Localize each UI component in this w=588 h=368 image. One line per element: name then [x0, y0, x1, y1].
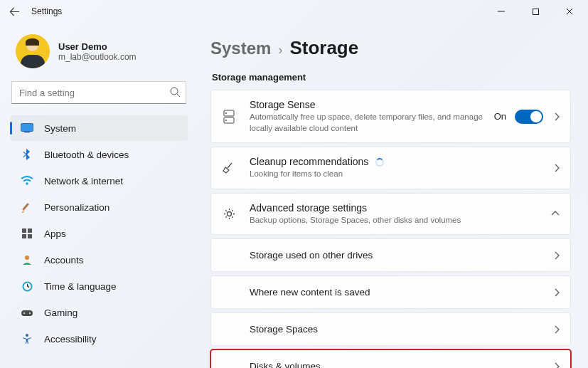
sidebar-item-gaming[interactable]: Gaming: [10, 300, 188, 325]
user-email: m_lab@outlook.com: [58, 52, 137, 62]
storage-sense-icon: [221, 110, 237, 124]
breadcrumb: System › Storage: [210, 37, 571, 59]
card-subtitle: Backup options, Storage Spaces, other di…: [250, 215, 520, 226]
svg-point-4: [26, 182, 28, 185]
sidebar-item-personalization[interactable]: Personalization: [10, 194, 188, 220]
nav: System Bluetooth & devices Network & int…: [10, 115, 188, 352]
toggle-state: On: [494, 111, 506, 122]
svg-rect-5: [22, 203, 29, 211]
card-subtitle: Automatically free up space, delete temp…: [250, 112, 494, 134]
svg-point-1: [171, 88, 178, 95]
storage-sense-toggle[interactable]: [515, 110, 543, 124]
close-icon: [565, 7, 574, 16]
chevron-right-icon: ›: [278, 43, 282, 58]
svg-rect-3: [24, 132, 30, 132]
card-subtitle: Looking for items to clean: [250, 169, 520, 180]
breadcrumb-parent[interactable]: System: [210, 38, 271, 58]
storage-spaces-item[interactable]: Storage Spaces: [210, 312, 571, 346]
maximize-icon: [532, 8, 540, 16]
card-title: Storage Sense: [250, 99, 494, 110]
chevron-right-icon: [553, 325, 560, 335]
bluetooth-icon: [20, 147, 34, 162]
avatar: [16, 34, 50, 68]
chevron-right-icon: [553, 288, 560, 298]
chevron-right-icon: [553, 163, 560, 173]
window-title: Settings: [31, 6, 62, 16]
main-panel: System › Storage Storage management Stor…: [196, 23, 588, 368]
apps-icon: [20, 226, 34, 241]
clock-icon: [20, 279, 34, 293]
close-button[interactable]: [557, 1, 582, 21]
svg-point-14: [23, 312, 25, 314]
chevron-right-icon: [553, 112, 560, 122]
card-title: Advanced storage settings: [250, 202, 550, 214]
cleanup-recommendations-card[interactable]: Cleanup recommendations Looking for item…: [210, 147, 571, 189]
sidebar-item-label: Personalization: [44, 202, 109, 213]
breadcrumb-current: Storage: [289, 37, 358, 59]
svg-rect-6: [22, 228, 26, 233]
chevron-right-icon: [553, 362, 560, 368]
sidebar-item-accessibility[interactable]: Accessibility: [10, 326, 188, 352]
storage-sense-card[interactable]: Storage Sense Automatically free up spac…: [210, 90, 571, 143]
chevron-up-icon: [550, 210, 560, 217]
sidebar-item-time[interactable]: Time & language: [10, 273, 188, 299]
sidebar-item-label: Network & internet: [44, 176, 123, 186]
svg-rect-13: [21, 310, 33, 316]
svg-point-21: [227, 211, 231, 216]
sidebar-item-apps[interactable]: Apps: [10, 221, 188, 246]
sidebar-item-label: Gaming: [44, 307, 77, 318]
svg-rect-2: [21, 124, 33, 132]
subcard-title: Where new content is saved: [250, 287, 553, 298]
chevron-right-icon: [553, 251, 560, 261]
subcard-title: Storage used on other drives: [250, 250, 553, 261]
svg-rect-7: [28, 228, 32, 233]
disks-volumes-item[interactable]: Disks & volumes: [210, 349, 571, 368]
minimize-icon: [497, 7, 506, 16]
brush-icon: [20, 200, 34, 214]
svg-rect-0: [533, 9, 538, 14]
sidebar-item-label: Time & language: [44, 281, 117, 292]
sidebar-item-accounts[interactable]: Accounts: [10, 247, 188, 273]
profile[interactable]: User Demo m_lab@outlook.com: [10, 27, 188, 81]
accessibility-icon: [20, 332, 34, 346]
sidebar-item-label: Bluetooth & devices: [44, 149, 129, 160]
search-input[interactable]: [11, 81, 186, 104]
svg-point-20: [225, 120, 227, 121]
broom-icon: [221, 162, 237, 174]
svg-rect-9: [28, 234, 32, 238]
accounts-icon: [20, 253, 34, 267]
svg-rect-8: [22, 234, 26, 238]
sidebar-item-label: Apps: [44, 228, 66, 239]
back-button[interactable]: [6, 3, 23, 20]
card-title: Cleanup recommendations: [250, 156, 553, 167]
svg-point-19: [225, 112, 227, 114]
search-box[interactable]: [11, 81, 186, 104]
svg-point-16: [26, 334, 28, 337]
svg-point-10: [25, 256, 29, 260]
sidebar-item-bluetooth[interactable]: Bluetooth & devices: [10, 142, 188, 167]
gear-icon: [221, 207, 237, 221]
user-name: User Demo: [58, 41, 137, 52]
advanced-storage-card[interactable]: Advanced storage settings Backup options…: [210, 193, 571, 236]
section-heading: Storage management: [212, 72, 571, 83]
minimize-button[interactable]: [488, 1, 514, 21]
spinner-icon: [375, 158, 384, 167]
where-content-saved-item[interactable]: Where new content is saved: [210, 275, 571, 309]
sidebar-item-network[interactable]: Network & internet: [10, 168, 188, 194]
sidebar-item-label: Accounts: [44, 255, 84, 266]
svg-point-15: [29, 312, 31, 314]
storage-other-drives-item[interactable]: Storage used on other drives: [210, 238, 571, 272]
arrow-left-icon: [9, 6, 20, 17]
sidebar-item-label: Accessibility: [44, 334, 97, 345]
sidebar-item-system[interactable]: System: [10, 115, 188, 141]
sidebar-item-label: System: [44, 123, 76, 134]
sidebar: User Demo m_lab@outlook.com System Bluet…: [0, 23, 196, 368]
system-icon: [20, 121, 34, 135]
gaming-icon: [20, 305, 34, 320]
search-icon: [169, 86, 181, 98]
subcard-title: Disks & volumes: [250, 361, 553, 368]
wifi-icon: [20, 174, 34, 188]
maximize-button[interactable]: [523, 1, 548, 21]
subcard-title: Storage Spaces: [250, 324, 553, 335]
titlebar: Settings: [0, 0, 588, 23]
